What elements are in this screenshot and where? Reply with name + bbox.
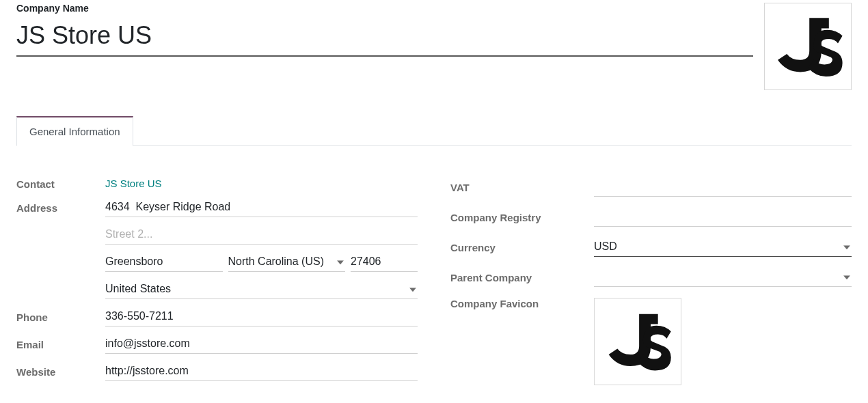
currency-label: Currency: [450, 242, 594, 253]
parent-company-label: Parent Company: [450, 272, 594, 283]
phone-input[interactable]: [105, 307, 418, 326]
street-input[interactable]: [105, 198, 418, 217]
company-logo[interactable]: [764, 3, 852, 90]
street2-input[interactable]: [105, 225, 418, 245]
phone-label: Phone: [16, 311, 105, 323]
country-select[interactable]: [105, 280, 418, 299]
website-input[interactable]: [105, 362, 418, 381]
tab-bar: General Information: [16, 116, 852, 146]
zip-input[interactable]: [351, 253, 418, 272]
state-select[interactable]: [228, 253, 346, 272]
website-label: Website: [16, 366, 105, 378]
vat-label: VAT: [450, 182, 594, 193]
contact-label: Contact: [16, 178, 105, 190]
company-registry-label: Company Registry: [450, 212, 594, 223]
city-input[interactable]: [105, 253, 223, 272]
vat-input[interactable]: [594, 178, 852, 197]
email-input[interactable]: [105, 335, 418, 354]
company-name-label: Company Name: [16, 3, 753, 14]
address-label: Address: [16, 202, 105, 214]
parent-company-select[interactable]: [594, 268, 852, 287]
company-favicon-label: Company Favicon: [450, 298, 594, 309]
email-label: Email: [16, 339, 105, 350]
contact-link[interactable]: JS Store US: [105, 178, 162, 189]
company-name-input[interactable]: [16, 15, 753, 57]
company-favicon[interactable]: [594, 298, 681, 385]
company-registry-input[interactable]: [594, 208, 852, 227]
currency-select[interactable]: [594, 238, 852, 257]
tab-general-information[interactable]: General Information: [16, 116, 133, 146]
company-logo-image: [770, 9, 845, 84]
company-favicon-image: [601, 305, 674, 378]
